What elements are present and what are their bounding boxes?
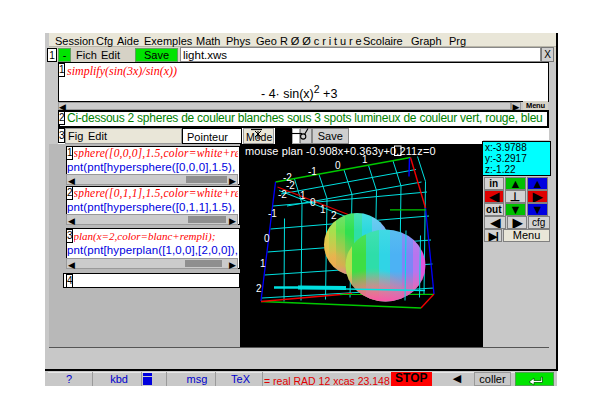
svg-text:1: 1 (320, 203, 326, 214)
svg-text:0: 0 (264, 232, 270, 243)
svg-text:1: 1 (260, 257, 266, 268)
svg-text:-2: -2 (278, 188, 287, 199)
svg-text:-1: -1 (268, 207, 277, 218)
svg-text:2: 2 (331, 209, 337, 220)
svg-text:-1: -1 (308, 165, 317, 176)
svg-text:1: 1 (300, 189, 306, 200)
svg-text:2: 2 (256, 282, 262, 293)
svg-text:-2: -2 (286, 179, 295, 190)
svg-text:mouse plan -0.908x+0.363y+0.21: mouse plan -0.908x+0.363y+0.211z=0 (245, 144, 436, 156)
svg-text:0: 0 (335, 159, 341, 170)
svg-text:0: 0 (310, 196, 316, 207)
